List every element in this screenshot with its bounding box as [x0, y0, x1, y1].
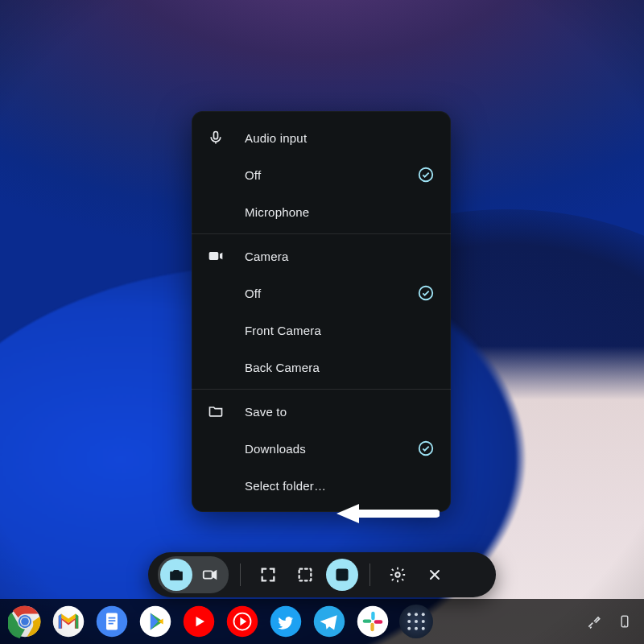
section-save-to: Save to Downloads Select folder…	[192, 389, 451, 507]
save-option-select-folder[interactable]: Select folder…	[192, 467, 451, 504]
save-to-title: Save to	[245, 405, 435, 419]
svg-point-16	[21, 617, 29, 625]
section-camera: Camera Off Front Camera Back Camera	[192, 233, 451, 389]
app-play-store[interactable]	[138, 605, 172, 638]
audio-input-title: Audio input	[245, 131, 435, 145]
svg-rect-10	[337, 570, 348, 573]
app-youtube[interactable]	[182, 605, 216, 638]
svg-point-40	[407, 627, 411, 630]
svg-rect-0	[214, 132, 218, 139]
videocam-icon	[208, 248, 245, 264]
desktop-wallpaper: Audio input Off Microphone Camera	[0, 0, 644, 644]
section-audio-input: Audio input Off Microphone	[192, 116, 451, 233]
svg-point-6	[174, 573, 179, 578]
check-icon	[417, 284, 435, 302]
svg-rect-33	[374, 620, 383, 623]
shelf-tray	[586, 613, 644, 630]
svg-rect-32	[370, 623, 374, 632]
toolbar-divider	[369, 564, 370, 586]
window-capture-button[interactable]	[326, 559, 358, 591]
screenshot-mode-button[interactable]	[160, 559, 192, 591]
svg-rect-31	[363, 619, 372, 622]
svg-point-42	[422, 627, 425, 630]
fullscreen-capture-button[interactable]	[252, 559, 284, 591]
audio-option-off[interactable]: Off	[192, 156, 451, 193]
phone-tablet-icon[interactable]	[617, 613, 633, 630]
svg-point-29	[357, 606, 389, 638]
audio-option-microphone[interactable]: Microphone	[192, 193, 451, 230]
svg-rect-21	[109, 620, 116, 621]
svg-rect-7	[204, 571, 213, 578]
svg-point-2	[419, 287, 433, 300]
settings-button[interactable]	[382, 559, 414, 591]
svg-point-37	[407, 620, 411, 623]
svg-point-11	[395, 572, 400, 577]
save-to-header: Save to	[192, 393, 451, 430]
camera-title: Camera	[245, 250, 435, 263]
capture-settings-popup: Audio input Off Microphone Camera	[192, 111, 451, 512]
app-gmail[interactable]	[52, 605, 85, 638]
svg-point-1	[419, 168, 433, 182]
check-icon	[417, 166, 435, 184]
screen-capture-toolbar	[148, 552, 496, 597]
svg-point-36	[422, 613, 425, 616]
svg-point-39	[422, 620, 425, 623]
app-chrome[interactable]	[8, 605, 42, 638]
partial-capture-button[interactable]	[289, 559, 321, 591]
toolbar-divider	[240, 564, 241, 586]
record-mode-button[interactable]	[194, 559, 226, 591]
svg-point-41	[415, 627, 418, 630]
check-icon	[417, 440, 435, 457]
camera-option-back[interactable]: Back Camera	[192, 349, 451, 386]
app-twitter[interactable]	[269, 605, 303, 638]
eyedropper-icon[interactable]	[586, 613, 602, 630]
app-telegram[interactable]	[312, 605, 346, 638]
svg-rect-22	[109, 623, 114, 625]
app-youtube-music[interactable]	[225, 605, 259, 638]
svg-rect-20	[109, 617, 116, 619]
save-option-downloads[interactable]: Downloads	[192, 430, 451, 467]
camera-header: Camera	[192, 237, 451, 275]
svg-point-34	[407, 613, 411, 616]
shelf	[0, 599, 644, 644]
svg-point-38	[415, 620, 418, 623]
mic-icon	[208, 130, 245, 146]
folder-icon	[208, 403, 245, 419]
app-docs[interactable]	[95, 605, 129, 638]
audio-input-header: Audio input	[192, 119, 451, 156]
svg-rect-8	[299, 569, 312, 581]
svg-point-35	[415, 613, 418, 616]
svg-point-3	[419, 442, 433, 456]
camera-option-off[interactable]: Off	[192, 275, 451, 312]
camera-option-front[interactable]: Front Camera	[192, 312, 451, 349]
app-slack[interactable]	[356, 605, 390, 638]
svg-rect-30	[371, 612, 374, 621]
close-button[interactable]	[419, 559, 451, 591]
app-grid[interactable]	[399, 605, 433, 638]
capture-mode-segment	[158, 556, 229, 593]
